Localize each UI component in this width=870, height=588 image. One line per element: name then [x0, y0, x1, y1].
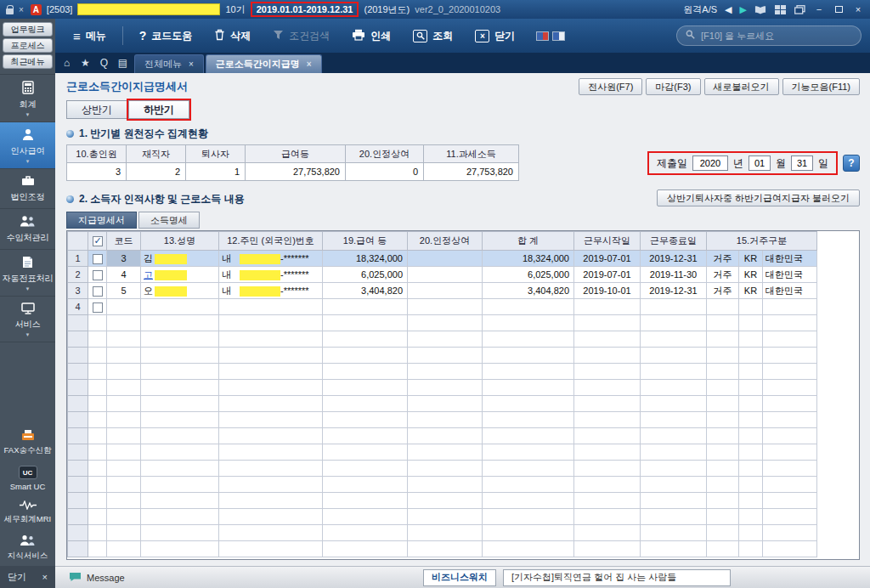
cell-country[interactable]: 대한민국 — [763, 283, 817, 299]
recent-menu-button[interactable]: 최근메뉴 — [3, 54, 53, 69]
sidebar-item-smart-uc[interactable]: UC Smart UC — [0, 461, 55, 495]
message-button[interactable]: Message — [62, 572, 132, 584]
cell-name[interactable]: 오 — [141, 283, 219, 299]
news-ticker[interactable]: [기자수첩]퇴직연금 헐어 집 사는 사람들 — [503, 569, 731, 586]
sidebar-item-accounting[interactable]: 회계 ▼ — [0, 75, 55, 122]
maximize-button[interactable] — [833, 3, 845, 15]
quick-search-icon[interactable]: Q — [95, 54, 113, 71]
cell-bonus[interactable] — [408, 267, 483, 283]
table-row-empty[interactable] — [68, 380, 817, 396]
cell-total[interactable]: 18,324,000 — [483, 251, 574, 267]
tab-income-statement[interactable]: 소득명세 — [138, 212, 200, 229]
tab-first-half[interactable]: 상반기 — [66, 100, 127, 119]
close-button[interactable]: × — [852, 3, 864, 15]
cell-start-date[interactable]: 2019-07-01 — [574, 251, 641, 267]
table-row-empty[interactable] — [68, 509, 817, 525]
process-button[interactable]: 프로세스 — [3, 38, 53, 53]
function-menu-button[interactable]: 기능모음(F11) — [782, 78, 860, 95]
help-button[interactable]: ? — [843, 155, 860, 172]
table-row[interactable]: 1 3 김 내-******* 18,324,000 18,324,000 20… — [68, 251, 817, 267]
submit-day-input[interactable] — [791, 155, 813, 171]
cell-code[interactable]: 3 — [107, 251, 141, 267]
table-row-empty[interactable] — [68, 315, 817, 331]
sidebar-close-bar[interactable]: 닫기 × — [0, 566, 55, 588]
cell-end-date[interactable]: 2019-12-31 — [641, 283, 707, 299]
table-row[interactable]: 2 4 고 내-******* 6,025,000 6,025,000 2019… — [68, 267, 817, 283]
cell-total[interactable]: 6,025,000 — [483, 267, 574, 283]
flag-icon-2[interactable] — [552, 31, 565, 41]
news-source-badge[interactable]: 비즈니스워치 — [423, 569, 496, 586]
table-row[interactable]: 4 — [68, 299, 817, 315]
code-help-button[interactable]: ? 코드도움 — [130, 23, 202, 48]
lock-icon[interactable] — [6, 8, 14, 14]
cell-salary[interactable]: 3,404,820 — [323, 283, 408, 299]
cell-code[interactable]: 5 — [107, 283, 141, 299]
cell-country[interactable]: 대한민국 — [763, 251, 817, 267]
book-icon[interactable] — [754, 3, 766, 15]
home-icon[interactable]: ⌂ — [58, 54, 76, 71]
tab-close-icon[interactable]: × — [189, 59, 194, 69]
cell-jumin[interactable]: 내-******* — [219, 251, 323, 267]
cell-jumin[interactable]: 내-******* — [219, 283, 323, 299]
cell-residency[interactable]: 거주 — [707, 283, 739, 299]
table-row-empty[interactable] — [68, 331, 817, 348]
table-row-empty[interactable] — [68, 396, 817, 412]
table-row-empty[interactable] — [68, 348, 817, 364]
cell-country[interactable]: 대한민국 — [763, 267, 817, 283]
cell-end-date[interactable]: 2019-12-31 — [641, 251, 707, 267]
table-row-empty[interactable] — [68, 461, 817, 477]
inquiry-button[interactable]: 조회 — [404, 23, 462, 48]
remote-as-label[interactable]: 원격A/S — [683, 3, 717, 16]
table-row-empty[interactable] — [68, 364, 817, 380]
table-row[interactable]: 3 5 오 내-******* 3,404,820 3,404,820 2019… — [68, 283, 817, 299]
sidebar-item-auto-voucher[interactable]: 자동전표처리 ▼ — [0, 250, 55, 297]
tab-close-icon[interactable]: × — [307, 59, 312, 69]
reload-button[interactable]: 새로불러오기 — [704, 78, 779, 95]
cell-total[interactable]: 3,404,820 — [483, 283, 574, 299]
tab-payment-statement[interactable]: 지급명세서 — [66, 212, 137, 229]
cell-residency[interactable]: 거주 — [707, 267, 739, 283]
back-arrow-icon[interactable]: ◀ — [725, 4, 732, 15]
tab-second-half[interactable]: 하반기 — [128, 100, 189, 119]
delete-button[interactable]: 삭제 — [205, 23, 260, 48]
minimize-button[interactable]: − — [813, 3, 825, 15]
row-checkbox[interactable] — [93, 270, 103, 280]
print-button[interactable]: 인쇄 — [342, 23, 400, 48]
cell-name[interactable]: 김 — [141, 251, 219, 267]
cell-name[interactable]: 고 — [141, 267, 219, 283]
global-search-box[interactable] — [676, 25, 862, 46]
cell-salary[interactable]: 6,025,000 — [323, 267, 408, 283]
search-input[interactable] — [701, 31, 837, 41]
row-checkbox[interactable] — [93, 286, 103, 297]
sidebar-item-tax-mri[interactable]: 세무회계MRI — [0, 495, 55, 529]
sidebar-item-client-mgmt[interactable]: 수임처관리 — [0, 209, 55, 250]
menu-button[interactable]: ≡ 메뉴 — [64, 23, 116, 48]
table-row-empty[interactable] — [68, 412, 817, 428]
cell-jumin[interactable]: 내-******* — [219, 267, 323, 283]
cascade-windows-icon[interactable] — [794, 3, 805, 15]
table-row-empty[interactable] — [68, 525, 817, 541]
cell-country-code[interactable]: KR — [739, 283, 763, 299]
cell-bonus[interactable] — [408, 251, 483, 267]
cell-bonus[interactable] — [408, 283, 483, 299]
select-all-checkbox[interactable] — [93, 236, 103, 246]
all-employees-button[interactable]: 전사원(F7) — [579, 78, 642, 95]
tab-current-screen[interactable]: 근로소득간이지급명× — [206, 54, 322, 73]
sidebar-item-service[interactable]: 서비스 ▼ — [0, 297, 55, 342]
cell-salary[interactable]: 18,324,000 — [323, 251, 408, 267]
pin-close-icon[interactable]: × — [19, 5, 24, 14]
table-row-empty[interactable] — [68, 477, 817, 493]
row-checkbox[interactable] — [93, 302, 103, 313]
menu-list-icon[interactable]: ▤ — [114, 54, 132, 71]
row-checkbox[interactable] — [93, 254, 103, 264]
tab-all-menu[interactable]: 전체메뉴× — [134, 54, 204, 73]
cell-end-date[interactable]: 2019-11-30 — [641, 267, 707, 283]
sidebar-item-fax[interactable]: FAX송수신함 — [0, 424, 55, 461]
cell-residency[interactable]: 거주 — [707, 251, 739, 267]
favorite-star-icon[interactable]: ★ — [76, 54, 94, 71]
table-row-empty[interactable] — [68, 493, 817, 509]
submit-month-input[interactable] — [749, 155, 771, 171]
grid-view-icon[interactable] — [774, 3, 786, 15]
load-retirees-button[interactable]: 상반기퇴사자중 하반기급여지급자 불러오기 — [657, 189, 860, 206]
closing-button[interactable]: 마감(F3) — [646, 78, 700, 95]
